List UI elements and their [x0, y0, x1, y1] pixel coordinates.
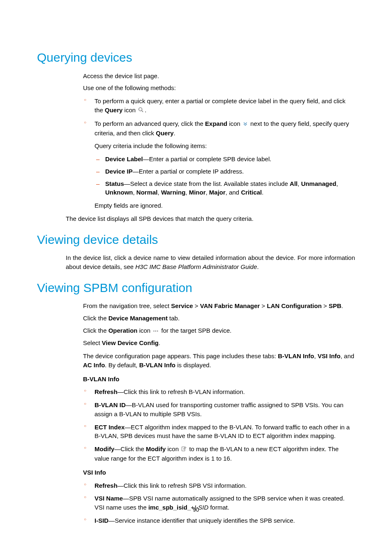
menu-item: View Device Config	[102, 339, 159, 346]
sep: , and	[226, 189, 241, 196]
operation-label: Operation	[108, 327, 138, 334]
query-label: Query	[105, 107, 122, 114]
text: .	[341, 302, 343, 309]
state: Unmanaged	[301, 180, 337, 187]
svg-line-1	[142, 111, 143, 112]
sep: >	[193, 302, 200, 309]
text: Click the	[83, 315, 108, 322]
text: Click the	[83, 327, 108, 334]
config-intro: The device configuration page appears. T…	[83, 352, 355, 370]
guide-title: H3C IMC Base Platform Administrator Guid…	[135, 263, 257, 270]
text: . By default,	[105, 362, 139, 368]
step-text: Access the device list page.	[83, 72, 159, 79]
text: icon	[227, 120, 242, 127]
vsi-refresh: Refresh—Click this link to refresh SPB V…	[83, 481, 355, 490]
vsi-info-heading: VSI Info	[83, 468, 355, 477]
query-methods: To perform a quick query, enter a partia…	[83, 97, 355, 210]
expand-down-icon	[243, 120, 248, 129]
state: Unknown	[105, 189, 133, 196]
sep: ,	[185, 189, 189, 196]
text: .	[159, 339, 160, 346]
text: tab.	[168, 315, 180, 322]
text: .	[145, 107, 146, 114]
more-dots-icon	[153, 327, 159, 336]
step-3: Click the Operation icon for the target …	[66, 326, 355, 336]
text: is displayed.	[175, 362, 211, 368]
text: —Click the	[114, 445, 146, 452]
bvlan-ect-index: ECT Index—ECT algorithm index mapped to …	[83, 423, 355, 441]
label: Refresh	[95, 482, 118, 489]
nav: Service	[171, 302, 193, 309]
text: Select	[83, 339, 102, 346]
label: I-SID	[95, 517, 108, 524]
search-icon	[138, 106, 144, 115]
heading-viewing-device-details: Viewing device details	[37, 231, 355, 249]
label: ECT Index	[95, 424, 125, 431]
label: Modify	[95, 445, 114, 452]
text: —B-VLAN used for transporting customer t…	[95, 401, 344, 417]
tab: VSI Info	[318, 352, 341, 359]
text: —Select a device state from the list. Av…	[124, 180, 290, 187]
document-page: Querying devices Access the device list …	[0, 0, 392, 533]
tab: B-VLAN Info	[139, 362, 175, 368]
text: —Enter a partial or complete SPB device …	[143, 155, 272, 162]
text: icon	[138, 327, 152, 334]
text: —ECT algorithm index mapped to the B-VLA…	[95, 424, 350, 440]
nav: LAN Configuration	[267, 302, 321, 309]
text: icon	[166, 445, 180, 452]
text: To perform an advanced query, click the	[95, 120, 205, 127]
modify-label: Modify	[146, 445, 166, 452]
vsi-info-list: Refresh—Click this link to refresh SPB V…	[83, 481, 355, 525]
label: Status	[105, 180, 124, 187]
label: B-VLAN ID	[95, 401, 126, 408]
step-4: Select View Device Config. The device co…	[66, 338, 355, 525]
criteria-device-ip: Device IP—Enter a partial or complete IP…	[95, 167, 355, 176]
device-details-text: In the device list, click a device name …	[66, 253, 355, 271]
text: —Click this link to refresh SPB VSI info…	[118, 482, 247, 489]
advanced-query-item: To perform an advanced query, click the …	[83, 119, 355, 210]
criteria-device-label: Device Label—Enter a partial or complete…	[95, 155, 355, 164]
quick-query-item: To perform a quick query, enter a partia…	[83, 97, 355, 115]
sep: ,	[133, 189, 136, 196]
text: —Service instance identifier that unique…	[108, 517, 295, 524]
svg-point-0	[139, 108, 142, 111]
heading-querying-devices: Querying devices	[37, 49, 355, 67]
tab: AC Info	[83, 362, 105, 368]
step-2: Click the Device Management tab.	[66, 314, 355, 323]
state: All	[290, 180, 297, 187]
step-1: From the navigation tree, select Service…	[66, 301, 355, 311]
query-result-text: The device list displays all SPB devices…	[66, 214, 355, 223]
label: Device Label	[105, 155, 143, 162]
spbm-steps: From the navigation tree, select Service…	[66, 301, 355, 525]
text: .	[257, 263, 259, 270]
edit-icon	[181, 445, 187, 454]
state: Major	[209, 189, 226, 196]
state: Warning	[161, 189, 185, 196]
bvlan-id: B-VLAN ID—B-VLAN used for transporting c…	[83, 401, 355, 419]
label: Refresh	[95, 388, 118, 395]
text: .	[262, 189, 263, 196]
vsi-isid: I-SID—Service instance identifier that u…	[83, 516, 355, 525]
tab-name: Device Management	[108, 315, 168, 322]
sep: >	[322, 302, 329, 309]
bvlan-refresh: Refresh—Click this link to refresh B-VLA…	[83, 387, 355, 396]
querying-steps: Access the device list page. Use one of …	[66, 72, 355, 210]
criteria-intro: Query criteria include the following ite…	[95, 141, 355, 151]
text: .	[174, 130, 175, 137]
text: for the target SPB device.	[161, 327, 232, 334]
sep: ,	[336, 180, 338, 187]
bvlan-info-heading: B-VLAN Info	[83, 375, 355, 384]
sep: ,	[205, 189, 209, 196]
page-number: 90	[0, 506, 392, 514]
criteria-list: Device Label—Enter a partial or complete…	[95, 155, 355, 197]
state: Normal	[136, 189, 158, 196]
empty-fields-note: Empty fields are ignored.	[95, 201, 355, 210]
step-1: Access the device list page.	[66, 72, 355, 81]
sep: ,	[314, 352, 318, 359]
bvlan-modify: Modify—Click the Modify icon to map the …	[83, 445, 355, 463]
text: —Enter a partial or complete IP address.	[133, 168, 244, 175]
label: VSI Name	[95, 495, 123, 502]
query-label: Query	[156, 130, 173, 137]
sep: , and	[341, 352, 354, 359]
svg-point-4	[157, 331, 158, 331]
